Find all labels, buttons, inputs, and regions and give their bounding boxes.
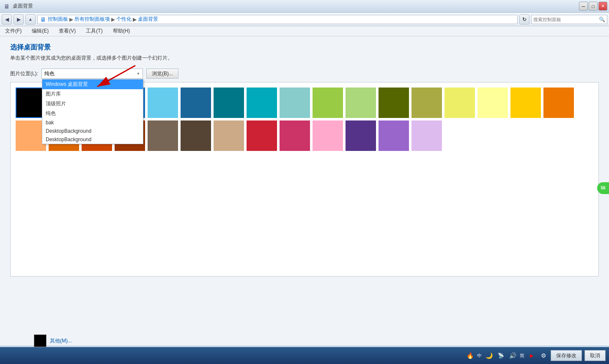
dropdown-selected-value: 纯色	[44, 70, 55, 77]
dropdown-item-windows-bg[interactable]: Windows 桌面背景	[42, 79, 143, 89]
sep2: ▶	[111, 16, 115, 22]
title-bar-left: 🖥 桌面背景	[2, 1, 33, 11]
color-swatch-medium-purple[interactable]	[379, 120, 409, 151]
refresh-icon: ↻	[522, 16, 527, 22]
window-icon: 🖥	[2, 1, 12, 11]
dropdown-item-picture-lib[interactable]: 图片库	[42, 89, 143, 99]
taskbar-text-zhong: 中	[477, 353, 482, 359]
menu-edit[interactable]: 编辑(E)	[30, 27, 50, 36]
side-circle-label: 56	[601, 186, 605, 190]
taskbar-icon-network[interactable]: 📡	[496, 351, 505, 360]
path-crumb-1[interactable]: 控制面板	[48, 16, 68, 23]
menu-help[interactable]: 帮助(H)	[111, 27, 132, 36]
dropdown-item-bak[interactable]: bak	[42, 118, 143, 127]
address-path: 🖥 控制面板 ▶ 所有控制面板项 ▶ 个性化 ▶ 桌面背景	[37, 15, 518, 24]
color-swatch-lightblue[interactable]	[148, 88, 178, 118]
menu-bar: 文件(F) 编辑(E) 查看(V) 工具(T) 帮助(H)	[0, 26, 609, 36]
color-swatch-purple[interactable]	[346, 120, 376, 151]
dropdown-item-solid-color[interactable]: 纯色	[42, 109, 143, 118]
color-swatch-yellow[interactable]	[444, 88, 475, 118]
browse-button[interactable]: 浏览(B)...	[146, 68, 178, 79]
side-circle[interactable]: 56	[597, 182, 609, 194]
taskbar-icon-youtube[interactable]: ▶	[527, 351, 536, 360]
other-color-button[interactable]: 其他(M)...	[50, 337, 72, 345]
sep1: ▶	[69, 16, 73, 22]
taskbar-icon-speaker[interactable]: 🔊	[508, 351, 517, 360]
picture-location-dropdown[interactable]: 纯色 ▼ Windows 桌面背景 图片库 顶级照片 纯色 bak Deskto…	[41, 68, 143, 79]
dropdown-menu: Windows 桌面背景 图片库 顶级照片 纯色 bak DesktopBack…	[42, 79, 143, 144]
path-crumb-2[interactable]: 所有控制面板项	[74, 16, 110, 23]
bottom-section: 其他(M)...	[34, 334, 72, 347]
color-swatch-teal[interactable]	[214, 88, 244, 118]
search-icon: 🔍	[599, 16, 605, 22]
color-swatch-olive[interactable]	[379, 88, 409, 118]
dropdown-arrow-icon: ▼	[137, 72, 140, 76]
color-swatch-yellowgreen[interactable]	[313, 88, 343, 118]
color-swatch-lavender[interactable]	[411, 120, 442, 151]
taskbar-icon-settings[interactable]: ⚙	[539, 351, 548, 360]
color-swatch-dark-taupe[interactable]	[181, 120, 211, 151]
close-button[interactable]: ✕	[598, 2, 607, 11]
title-bar-controls: ─ □ ✕	[579, 2, 607, 11]
path-crumb-3[interactable]: 个性化	[116, 16, 132, 23]
color-swatch-cyan[interactable]	[247, 88, 277, 118]
refresh-button[interactable]: ↻	[519, 14, 529, 25]
color-swatch-light-pink[interactable]	[313, 120, 343, 151]
main-content: 选择桌面背景 单击某个图片使其成为您的桌面背景，或选择多个图片创建一个幻灯片。 …	[0, 36, 609, 345]
other-color-swatch[interactable]	[34, 334, 47, 347]
color-swatch-taupe[interactable]	[148, 120, 178, 151]
page-title: 选择桌面背景	[10, 43, 599, 52]
color-swatch-crimson[interactable]	[247, 120, 277, 151]
save-changes-button[interactable]: 保存修改	[551, 350, 582, 361]
forward-button[interactable]: ▶	[14, 14, 24, 25]
color-swatch-lightgreen[interactable]	[346, 88, 376, 118]
window-title: 桌面背景	[13, 3, 33, 10]
maximize-button[interactable]: □	[589, 2, 598, 11]
sep3: ▶	[133, 16, 137, 22]
address-bar: ◀ ▶ ▲ 🖥 控制面板 ▶ 所有控制面板项 ▶ 个性化 ▶ 桌面背景 ↻ 🔍	[0, 13, 609, 26]
search-input[interactable]	[533, 17, 599, 22]
back-button[interactable]: ◀	[2, 14, 12, 25]
taskbar-icon-moon[interactable]: 🌙	[484, 351, 494, 360]
picture-location-label: 图片位置(L):	[10, 70, 38, 77]
dropdown-item-top-photos[interactable]: 顶级照片	[42, 99, 143, 109]
menu-view[interactable]: 查看(V)	[57, 27, 77, 36]
taskbar-icon-1[interactable]: 🔥	[465, 351, 475, 360]
path-crumb-4: 桌面背景	[138, 16, 158, 23]
up-button[interactable]: ▲	[25, 14, 36, 25]
minimize-button[interactable]: ─	[579, 2, 588, 11]
page-description: 单击某个图片使其成为您的桌面背景，或选择多个图片创建一个幻灯片。	[10, 55, 599, 62]
color-swatch-paleblue[interactable]	[280, 88, 310, 118]
color-swatch-tan[interactable]	[214, 120, 244, 151]
color-swatch-paleyellow[interactable]	[477, 88, 508, 118]
taskbar: 🔥 中 🌙 📡 🔊 简 ▶ ⚙ 保存修改 取消	[0, 347, 609, 364]
color-swatch-pink[interactable]	[280, 120, 310, 151]
picture-location-row: 图片位置(L): 纯色 ▼ Windows 桌面背景 图片库 顶级照片 纯色 b…	[10, 68, 599, 79]
menu-file[interactable]: 文件(F)	[3, 27, 23, 36]
taskbar-text-jian: 简	[520, 353, 524, 359]
color-swatch-gold[interactable]	[510, 88, 541, 118]
cancel-button[interactable]: 取消	[584, 350, 606, 361]
search-box: 🔍	[531, 15, 607, 24]
dropdown-item-desktop-bg-2[interactable]: DesktopBackground	[42, 135, 143, 144]
title-bar: 🖥 桌面背景 ─ □ ✕	[0, 0, 609, 13]
dropdown-item-desktop-bg-1[interactable]: DesktopBackground	[42, 127, 143, 135]
color-swatch-yellow-olive[interactable]	[411, 88, 442, 118]
menu-tools[interactable]: 工具(T)	[84, 27, 104, 36]
color-swatch-orange[interactable]	[543, 88, 574, 118]
color-swatch-steelblue[interactable]	[181, 88, 211, 118]
